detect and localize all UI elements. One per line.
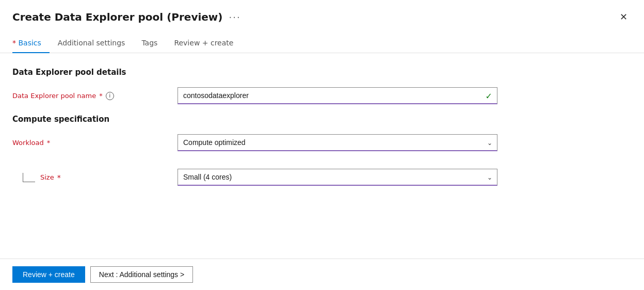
tab-review-create-label: Review + create: [174, 39, 233, 47]
create-dialog: Create Data Explorer pool (Preview) ··· …: [0, 0, 644, 290]
tab-basics-required-star: *: [12, 39, 18, 47]
dialog-title: Create Data Explorer pool (Preview): [12, 11, 222, 23]
size-row: Size * Extra Small (2 cores) Small (4 co…: [12, 169, 632, 186]
size-select[interactable]: Extra Small (2 cores) Small (4 cores) Me…: [178, 169, 497, 186]
tab-basics-label: Basics: [18, 39, 41, 47]
pool-name-control-wrapper: ✓: [178, 87, 497, 104]
pool-name-label: Data Explorer pool name: [12, 92, 96, 100]
connector-line: [23, 173, 35, 182]
title-area: Create Data Explorer pool (Preview) ···: [12, 11, 241, 23]
compute-spec-title: Compute specification: [12, 115, 632, 124]
tab-tags-label: Tags: [141, 39, 157, 47]
pool-name-row: Data Explorer pool name * i ✓: [12, 87, 632, 104]
tab-additional-settings[interactable]: Additional settings: [50, 35, 134, 53]
workload-label: Workload: [12, 139, 44, 147]
tab-review-create[interactable]: Review + create: [166, 35, 242, 53]
pool-details-section: Data Explorer pool details Data Explorer…: [12, 68, 632, 104]
size-required-star: *: [57, 173, 61, 182]
workload-control-wrapper: Compute optimized Storage optimized ⌄: [178, 134, 497, 151]
dialog-header: Create Data Explorer pool (Preview) ··· …: [0, 0, 644, 24]
tabs-container: * Basics Additional settings Tags Review…: [0, 24, 644, 53]
pool-details-title: Data Explorer pool details: [12, 68, 632, 77]
workload-select[interactable]: Compute optimized Storage optimized: [178, 134, 497, 151]
dialog-body: Data Explorer pool details Data Explorer…: [0, 53, 644, 259]
close-button[interactable]: ✕: [616, 10, 632, 24]
size-label-area: Size *: [12, 173, 178, 182]
pool-name-label-area: Data Explorer pool name * i: [12, 92, 178, 100]
compute-spec-section: Compute specification Workload * Compute…: [12, 115, 632, 186]
size-control-wrapper: Extra Small (2 cores) Small (4 cores) Me…: [178, 169, 497, 186]
dialog-footer: Review + create Next : Additional settin…: [0, 259, 644, 290]
more-options-icon[interactable]: ···: [229, 12, 240, 23]
tab-additional-settings-label: Additional settings: [58, 39, 125, 47]
tab-basics[interactable]: * Basics: [12, 35, 50, 53]
workload-required-star: *: [47, 139, 51, 147]
tab-tags[interactable]: Tags: [133, 35, 166, 53]
workload-select-wrapper: Compute optimized Storage optimized ⌄: [178, 134, 497, 151]
pool-name-info-icon[interactable]: i: [106, 92, 114, 100]
workload-row: Workload * Compute optimized Storage opt…: [12, 134, 632, 151]
pool-name-valid-icon: ✓: [486, 91, 492, 101]
size-connector: Size *: [23, 173, 61, 182]
next-additional-settings-button[interactable]: Next : Additional settings >: [90, 266, 193, 283]
review-create-button[interactable]: Review + create: [12, 266, 85, 283]
pool-name-input-container: ✓: [178, 87, 497, 104]
size-select-wrapper: Extra Small (2 cores) Small (4 cores) Me…: [178, 169, 497, 186]
pool-name-input[interactable]: [178, 87, 497, 104]
size-label: Size: [40, 173, 54, 181]
workload-label-area: Workload *: [12, 139, 178, 147]
pool-name-required-star: *: [99, 92, 103, 100]
workload-size-group: Workload * Compute optimized Storage opt…: [12, 134, 632, 186]
